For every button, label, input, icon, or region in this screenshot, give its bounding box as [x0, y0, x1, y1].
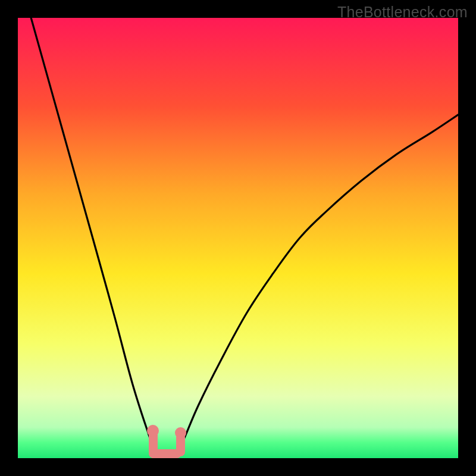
chart-stage: TheBottleneck.com	[0, 0, 476, 476]
curve-path	[31, 18, 458, 455]
pink-stroke	[175, 427, 186, 439]
plot-area	[18, 18, 458, 458]
watermark-text: TheBottleneck.com	[337, 4, 468, 21]
pink-stroke	[147, 425, 159, 437]
bottleneck-curve	[18, 18, 458, 458]
